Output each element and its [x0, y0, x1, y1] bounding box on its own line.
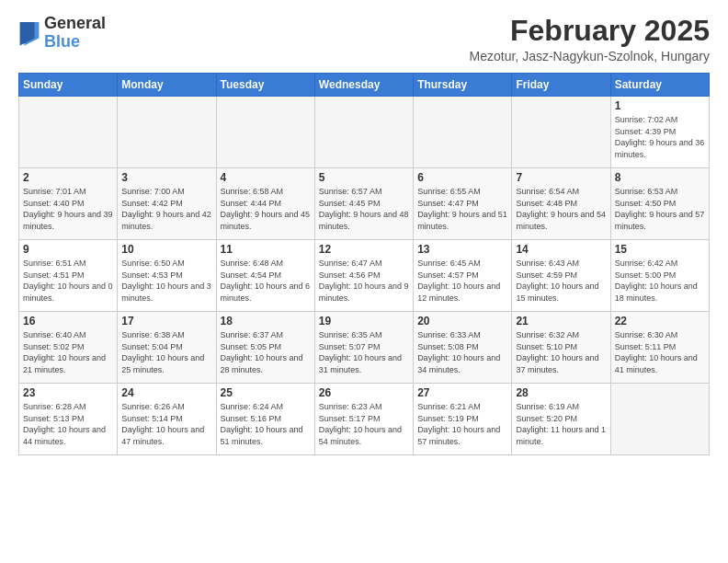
header: General Blue February 2025 Mezotur, Jasz… — [18, 15, 710, 63]
day-info: Sunrise: 6:40 AM Sunset: 5:02 PM Dayligh… — [23, 329, 113, 375]
day-info: Sunrise: 6:24 AM Sunset: 5:16 PM Dayligh… — [221, 401, 311, 447]
table-row: 18Sunrise: 6:37 AM Sunset: 5:05 PM Dayli… — [216, 312, 314, 384]
table-row: 19Sunrise: 6:35 AM Sunset: 5:07 PM Dayli… — [314, 312, 413, 384]
table-row: 14Sunrise: 6:43 AM Sunset: 4:59 PM Dayli… — [512, 240, 610, 312]
calendar-week-row: 23Sunrise: 6:28 AM Sunset: 5:13 PM Dayli… — [19, 384, 710, 455]
day-number: 10 — [121, 243, 211, 256]
table-row — [19, 97, 118, 168]
day-info: Sunrise: 6:37 AM Sunset: 5:05 PM Dayligh… — [221, 329, 311, 375]
day-info: Sunrise: 6:28 AM Sunset: 5:13 PM Dayligh… — [23, 401, 113, 447]
day-number: 6 — [417, 171, 507, 184]
table-row: 15Sunrise: 6:42 AM Sunset: 5:00 PM Dayli… — [610, 240, 709, 312]
col-wednesday: Wednesday — [314, 74, 413, 97]
title-area: February 2025 Mezotur, Jasz-Nagykun-Szol… — [470, 15, 710, 63]
day-number: 18 — [221, 315, 311, 327]
day-number: 16 — [23, 315, 113, 327]
col-sunday: Sunday — [19, 74, 118, 97]
day-number: 7 — [516, 171, 606, 184]
table-row: 3Sunrise: 7:00 AM Sunset: 4:42 PM Daylig… — [118, 168, 216, 240]
table-row — [118, 97, 216, 168]
table-row: 12Sunrise: 6:47 AM Sunset: 4:56 PM Dayli… — [314, 240, 413, 312]
day-info: Sunrise: 7:01 AM Sunset: 4:40 PM Dayligh… — [23, 186, 113, 232]
day-info: Sunrise: 6:35 AM Sunset: 5:07 PM Dayligh… — [319, 329, 409, 375]
table-row: 21Sunrise: 6:32 AM Sunset: 5:10 PM Dayli… — [512, 312, 610, 384]
day-number: 14 — [516, 243, 606, 256]
table-row: 5Sunrise: 6:57 AM Sunset: 4:45 PM Daylig… — [314, 168, 413, 240]
calendar-week-row: 16Sunrise: 6:40 AM Sunset: 5:02 PM Dayli… — [19, 312, 710, 384]
col-saturday: Saturday — [610, 74, 709, 97]
table-row: 11Sunrise: 6:48 AM Sunset: 4:54 PM Dayli… — [216, 240, 314, 312]
day-number: 4 — [221, 171, 311, 184]
col-monday: Monday — [118, 74, 216, 97]
day-info: Sunrise: 6:47 AM Sunset: 4:56 PM Dayligh… — [319, 258, 409, 304]
day-info: Sunrise: 6:45 AM Sunset: 4:57 PM Dayligh… — [417, 258, 507, 304]
table-row: 2Sunrise: 7:01 AM Sunset: 4:40 PM Daylig… — [19, 168, 118, 240]
logo-text: General Blue — [44, 15, 106, 52]
table-row: 23Sunrise: 6:28 AM Sunset: 5:13 PM Dayli… — [19, 384, 118, 455]
day-number: 26 — [319, 386, 409, 399]
day-info: Sunrise: 6:53 AM Sunset: 4:50 PM Dayligh… — [615, 186, 705, 232]
col-friday: Friday — [512, 74, 610, 97]
table-row: 7Sunrise: 6:54 AM Sunset: 4:48 PM Daylig… — [512, 168, 610, 240]
table-row — [216, 97, 314, 168]
day-number: 23 — [23, 386, 113, 399]
calendar-week-row: 9Sunrise: 6:51 AM Sunset: 4:51 PM Daylig… — [19, 240, 710, 312]
table-row: 24Sunrise: 6:26 AM Sunset: 5:14 PM Dayli… — [118, 384, 216, 455]
day-number: 17 — [121, 315, 211, 327]
day-number: 21 — [516, 315, 606, 327]
day-number: 22 — [615, 315, 705, 327]
day-number: 19 — [319, 315, 409, 327]
day-number: 24 — [121, 386, 211, 399]
table-row: 26Sunrise: 6:23 AM Sunset: 5:17 PM Dayli… — [314, 384, 413, 455]
table-row — [414, 97, 512, 168]
location: Mezotur, Jasz-Nagykun-Szolnok, Hungary — [470, 49, 710, 63]
day-number: 1 — [615, 99, 705, 112]
table-row — [610, 384, 709, 455]
day-info: Sunrise: 6:21 AM Sunset: 5:19 PM Dayligh… — [417, 401, 507, 447]
day-info: Sunrise: 6:30 AM Sunset: 5:11 PM Dayligh… — [615, 329, 705, 375]
calendar-week-row: 1Sunrise: 7:02 AM Sunset: 4:39 PM Daylig… — [19, 97, 710, 168]
day-info: Sunrise: 6:23 AM Sunset: 5:17 PM Dayligh… — [319, 401, 409, 447]
table-row: 8Sunrise: 6:53 AM Sunset: 4:50 PM Daylig… — [610, 168, 709, 240]
day-info: Sunrise: 6:50 AM Sunset: 4:53 PM Dayligh… — [121, 258, 211, 304]
day-info: Sunrise: 6:57 AM Sunset: 4:45 PM Dayligh… — [319, 186, 409, 232]
day-number: 27 — [417, 386, 507, 399]
table-row: 10Sunrise: 6:50 AM Sunset: 4:53 PM Dayli… — [118, 240, 216, 312]
day-number: 9 — [23, 243, 113, 256]
table-row — [314, 97, 413, 168]
table-row: 17Sunrise: 6:38 AM Sunset: 5:04 PM Dayli… — [118, 312, 216, 384]
table-row: 28Sunrise: 6:19 AM Sunset: 5:20 PM Dayli… — [512, 384, 610, 455]
table-row: 25Sunrise: 6:24 AM Sunset: 5:16 PM Dayli… — [216, 384, 314, 455]
day-info: Sunrise: 6:42 AM Sunset: 5:00 PM Dayligh… — [615, 258, 705, 304]
table-row: 16Sunrise: 6:40 AM Sunset: 5:02 PM Dayli… — [19, 312, 118, 384]
day-number: 8 — [615, 171, 705, 184]
day-info: Sunrise: 6:48 AM Sunset: 4:54 PM Dayligh… — [221, 258, 311, 304]
table-row: 27Sunrise: 6:21 AM Sunset: 5:19 PM Dayli… — [414, 384, 512, 455]
day-number: 13 — [417, 243, 507, 256]
day-number: 3 — [121, 171, 211, 184]
calendar: Sunday Monday Tuesday Wednesday Thursday… — [18, 73, 710, 455]
day-number: 20 — [417, 315, 507, 327]
day-info: Sunrise: 6:26 AM Sunset: 5:14 PM Dayligh… — [121, 401, 211, 447]
logo-icon — [18, 20, 40, 46]
day-info: Sunrise: 6:38 AM Sunset: 5:04 PM Dayligh… — [121, 329, 211, 375]
table-row: 22Sunrise: 6:30 AM Sunset: 5:11 PM Dayli… — [610, 312, 709, 384]
day-info: Sunrise: 6:58 AM Sunset: 4:44 PM Dayligh… — [221, 186, 311, 232]
day-info: Sunrise: 6:32 AM Sunset: 5:10 PM Dayligh… — [516, 329, 606, 375]
logo: General Blue — [18, 15, 106, 52]
day-number: 12 — [319, 243, 409, 256]
day-info: Sunrise: 6:43 AM Sunset: 4:59 PM Dayligh… — [516, 258, 606, 304]
day-info: Sunrise: 6:51 AM Sunset: 4:51 PM Dayligh… — [23, 258, 113, 304]
day-info: Sunrise: 6:19 AM Sunset: 5:20 PM Dayligh… — [516, 401, 606, 447]
day-number: 15 — [615, 243, 705, 256]
table-row: 6Sunrise: 6:55 AM Sunset: 4:47 PM Daylig… — [414, 168, 512, 240]
day-number: 11 — [221, 243, 311, 256]
table-row: 20Sunrise: 6:33 AM Sunset: 5:08 PM Dayli… — [414, 312, 512, 384]
day-info: Sunrise: 7:02 AM Sunset: 4:39 PM Dayligh… — [615, 114, 705, 160]
col-thursday: Thursday — [414, 74, 512, 97]
day-number: 25 — [221, 386, 311, 399]
day-number: 5 — [319, 171, 409, 184]
table-row: 13Sunrise: 6:45 AM Sunset: 4:57 PM Dayli… — [414, 240, 512, 312]
table-row: 9Sunrise: 6:51 AM Sunset: 4:51 PM Daylig… — [19, 240, 118, 312]
table-row — [512, 97, 610, 168]
